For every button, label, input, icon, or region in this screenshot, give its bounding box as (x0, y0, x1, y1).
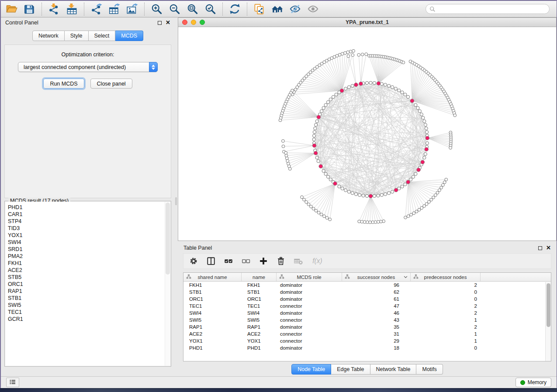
duplicate-network-button[interactable] (250, 3, 268, 15)
mcds-result-item[interactable]: PMA2 (5, 253, 170, 260)
deselect-all-button[interactable] (240, 255, 252, 267)
mcds-result-item[interactable]: RAP1 (5, 288, 170, 295)
table-cell: RAP1 (183, 324, 242, 330)
table-scrollbar-thumb[interactable] (547, 283, 550, 327)
panel-splitter[interactable] (175, 17, 178, 376)
window-close-button[interactable] (182, 20, 187, 25)
table-cell: ORC1 (183, 296, 242, 302)
optimization-criterion-select[interactable]: largest connected component (undirected) (18, 62, 158, 72)
mcds-result-item[interactable]: GCR1 (5, 316, 170, 323)
export-image-button[interactable] (123, 3, 141, 15)
column-header-name[interactable]: name (242, 273, 277, 281)
table-row[interactable]: ORC1ORC1dominator610 (183, 296, 551, 303)
mcds-result-item[interactable]: STB1 (5, 295, 170, 302)
table-row[interactable]: SWI5SWI5connector431 (183, 316, 551, 323)
table-row[interactable]: RAP1RAP1dominator352 (183, 323, 551, 330)
float-table-panel-icon[interactable] (538, 246, 542, 250)
mcds-result-item[interactable]: FKH1 (5, 260, 170, 267)
trash-button[interactable] (275, 255, 287, 267)
first-neighbors-icon (271, 3, 283, 15)
mcds-result-item[interactable]: STP4 (5, 218, 170, 225)
table-row[interactable]: SWI4SWI4dominator462 (183, 309, 551, 316)
mcds-result-item[interactable]: ACE2 (5, 267, 170, 274)
table-row[interactable]: PHD1PHD1dominator180 (183, 344, 551, 351)
tab-network[interactable]: Network (32, 31, 65, 41)
mcds-result-item[interactable]: SRD1 (5, 246, 170, 253)
column-header-mcds-role[interactable]: MCDS role (277, 273, 342, 281)
zoom-fit-button[interactable] (183, 3, 201, 15)
zoom-in-button[interactable] (148, 3, 166, 15)
mcds-result-item[interactable]: YOX1 (5, 232, 170, 239)
select-all-button[interactable] (223, 255, 234, 267)
hide-selected-button[interactable] (286, 3, 304, 15)
tab-node-table[interactable]: Node Table (291, 364, 331, 375)
optimization-criterion-value: largest connected component (undirected) (24, 64, 126, 70)
toolbar-buttons (3, 3, 322, 16)
mcds-result-item[interactable]: STB5 (5, 274, 170, 281)
node-table: shared namenameMCDS rolesuccessor nodesp… (183, 272, 551, 361)
table-row[interactable]: YOX1YOX1connector291 (183, 337, 551, 344)
mcds-panel: Optimization criterion: largest connecte… (4, 45, 171, 198)
tab-edge-table[interactable]: Edge Table (331, 364, 370, 375)
import-network-button[interactable] (45, 3, 63, 15)
table-cell: SWI4 (242, 310, 277, 316)
tab-network-table[interactable]: Network Table (370, 364, 417, 375)
tab-mcds[interactable]: MCDS (115, 31, 143, 41)
table-row[interactable]: TEC1TEC1connector472 (183, 303, 551, 309)
splitter-grip[interactable] (175, 197, 177, 205)
network-graph[interactable] (178, 27, 556, 241)
table-cell: ORC1 (242, 296, 277, 302)
list-scrollbar[interactable] (165, 202, 170, 366)
first-neighbors-button[interactable] (268, 3, 286, 15)
table-cell: 2 (411, 310, 481, 316)
delete-table-icon (294, 256, 303, 266)
column-header-predecessor-nodes[interactable]: predecessor nodes (411, 273, 481, 281)
import-table-button[interactable] (63, 3, 81, 15)
open-folder-button[interactable] (3, 3, 21, 15)
table-cell: 0 (411, 289, 481, 295)
table-row[interactable]: FKH1FKH1dominator962 (183, 282, 551, 289)
add-button[interactable] (258, 255, 269, 267)
tab-style[interactable]: Style (65, 31, 89, 41)
close-panel-icon[interactable] (166, 21, 170, 25)
columns-button[interactable] (205, 255, 217, 267)
mcds-result-item[interactable]: PHD1 (5, 204, 170, 211)
tab-select[interactable]: Select (89, 31, 116, 41)
table-scrollbar[interactable] (545, 282, 551, 361)
mcds-result-item[interactable]: SWI4 (5, 239, 170, 246)
delete-table-button (293, 255, 304, 267)
mcds-result-item[interactable]: ORC1 (5, 281, 170, 288)
memory-button[interactable]: Memory (515, 378, 551, 387)
save-button[interactable] (21, 3, 38, 15)
close-table-panel-icon[interactable] (546, 246, 551, 250)
shared-column-icon (186, 274, 191, 279)
tab-motifs[interactable]: Motifs (416, 364, 443, 375)
table-row[interactable]: ACE2ACE2connector311 (183, 330, 551, 337)
export-table-button[interactable] (105, 3, 123, 15)
gear-button[interactable] (188, 255, 199, 267)
mcds-result-item[interactable]: TEC1 (5, 309, 170, 316)
export-network-button[interactable] (87, 3, 105, 15)
table-cell: STB1 (183, 289, 242, 295)
zoom-out-button[interactable] (166, 3, 183, 15)
mcds-result-item[interactable]: CAR1 (5, 211, 170, 218)
column-header-shared-name[interactable]: shared name (183, 273, 242, 281)
import-table-icon (66, 3, 78, 15)
table-row[interactable]: STB1STB1dominator620 (183, 289, 551, 296)
refresh-icon (229, 3, 241, 15)
zoom-selected-button[interactable] (201, 3, 219, 15)
window-zoom-button[interactable] (200, 20, 205, 25)
search-input[interactable] (426, 4, 550, 14)
float-panel-icon[interactable] (158, 21, 162, 25)
task-history-button[interactable] (6, 378, 19, 387)
column-header-successor-nodes[interactable]: successor nodes (342, 273, 411, 281)
shared-column-icon (345, 274, 350, 279)
refresh-button[interactable] (226, 3, 244, 15)
mcds-result-item[interactable]: SWI5 (5, 302, 170, 309)
window-minimize-button[interactable] (191, 20, 196, 25)
run-mcds-button[interactable]: Run MCDS (43, 79, 84, 89)
close-panel-button[interactable]: Close panel (90, 79, 132, 89)
table-cell: dominator (277, 345, 342, 351)
mcds-result-item[interactable]: TID3 (5, 225, 170, 232)
network-canvas[interactable] (178, 27, 557, 241)
